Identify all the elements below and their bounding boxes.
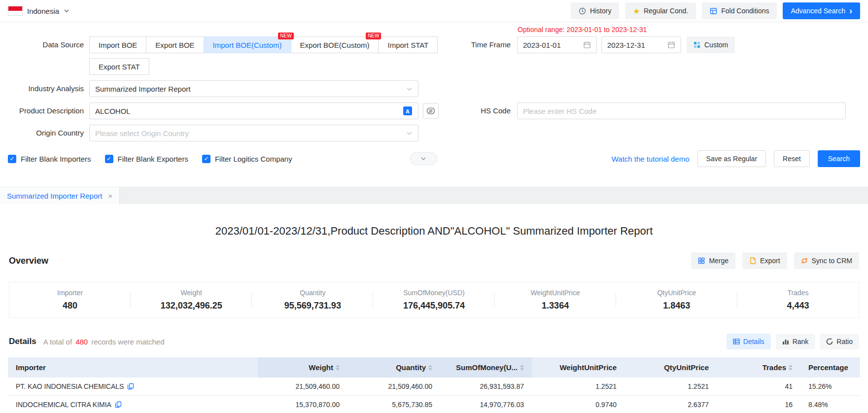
result-tabstrip: Summarized Importer Report × bbox=[0, 187, 868, 204]
stat-label: Weight bbox=[131, 289, 252, 297]
cell-percentage: 8.48% bbox=[800, 396, 860, 413]
checkbox-label: Filter Blank Exporters bbox=[118, 155, 188, 163]
data-source-export-boe-custom[interactable]: Export BOE(Custom)NEW bbox=[291, 36, 379, 53]
sort-icon[interactable] bbox=[520, 365, 524, 371]
topbar: Indonesia History ★ Regular Cond. Fold C… bbox=[0, 0, 868, 22]
sync-to-crm-button[interactable]: Sync to CRM bbox=[794, 252, 859, 269]
synonym-icon bbox=[426, 106, 435, 115]
expand-conditions-button[interactable] bbox=[410, 152, 437, 165]
filter-logistics-company-checkbox[interactable]: ✓ Filter Logitics Company bbox=[202, 155, 292, 163]
details-title: Details bbox=[9, 337, 36, 346]
merge-button[interactable]: Merge bbox=[691, 252, 735, 269]
svg-text:A: A bbox=[406, 108, 410, 114]
synonym-expand-button[interactable] bbox=[423, 103, 439, 119]
col-label: Importer bbox=[16, 363, 46, 372]
sort-icon[interactable] bbox=[428, 365, 432, 371]
ds-label: Export BOE(Custom) bbox=[300, 41, 370, 49]
data-source-import-boe[interactable]: Import BOE bbox=[89, 36, 146, 53]
sort-icon[interactable] bbox=[789, 365, 793, 371]
table-row: INDOCHEMICAL CITRA KIMIA 15,370,870.00 5… bbox=[8, 396, 860, 413]
fold-conditions-button[interactable]: Fold Conditions bbox=[702, 2, 777, 19]
fold-label: Fold Conditions bbox=[721, 7, 769, 15]
reset-button[interactable]: Reset bbox=[774, 150, 810, 167]
checkbox-checked-icon: ✓ bbox=[202, 155, 210, 163]
ds-label: Import BOE(Custom) bbox=[213, 41, 282, 49]
col-quantity[interactable]: Quantity bbox=[347, 357, 440, 378]
report-title: 2023/01/01-2023/12/31,Product Descriptio… bbox=[0, 225, 868, 238]
stat-trades: Trades 4,443 bbox=[737, 288, 859, 312]
col-trades[interactable]: Trades bbox=[717, 357, 800, 378]
export-button[interactable]: Export bbox=[742, 252, 787, 269]
view-ratio-button[interactable]: Ratio bbox=[820, 334, 859, 349]
col-percentage: Percentage bbox=[800, 357, 860, 378]
regular-label: Regular Cond. bbox=[644, 7, 688, 15]
search-button[interactable]: Search bbox=[818, 150, 860, 167]
filter-blank-exporters-checkbox[interactable]: ✓ Filter Blank Exporters bbox=[105, 155, 188, 163]
data-source-label: Data Source bbox=[6, 36, 84, 53]
indonesia-flag-icon bbox=[8, 6, 23, 16]
industry-analysis-select[interactable]: Summarized Importer Report bbox=[89, 80, 418, 97]
view-rank-button[interactable]: Rank bbox=[776, 334, 815, 349]
export-file-icon bbox=[749, 257, 756, 264]
chevron-down-icon bbox=[420, 156, 426, 162]
date-to-input[interactable]: 2023-12-31 bbox=[601, 36, 681, 53]
sort-icon[interactable] bbox=[336, 365, 340, 371]
product-description-value: ALCOHOL bbox=[95, 107, 131, 115]
stat-value: 95,569,731.93 bbox=[252, 301, 373, 311]
origin-country-select[interactable]: Please select Origin Country bbox=[89, 125, 418, 141]
cell-importer: PT. KAO INDONESIA CHEMICALS bbox=[8, 378, 258, 396]
col-sum-of-money[interactable]: SumOfMoney(U... bbox=[440, 357, 532, 378]
close-icon[interactable]: × bbox=[108, 192, 112, 200]
industry-analysis-value: Summarized Importer Report bbox=[95, 85, 190, 93]
copy-icon[interactable] bbox=[127, 383, 134, 390]
product-description-input[interactable]: ALCOHOL A bbox=[89, 103, 418, 119]
custom-range-button[interactable]: Custom bbox=[687, 36, 735, 53]
date-from-input[interactable]: 2023-01-01 bbox=[517, 36, 597, 53]
hs-code-input[interactable]: Please enter HS Code bbox=[517, 103, 846, 119]
col-weight-unit-price: WeightUnitPrice bbox=[532, 357, 625, 378]
save-as-regular-button[interactable]: Save as Regular bbox=[697, 150, 766, 167]
tab-summarized-importer-report[interactable]: Summarized Importer Report × bbox=[0, 187, 120, 204]
col-qty-unit-price: QtyUnitPrice bbox=[625, 357, 717, 378]
new-badge: NEW bbox=[278, 33, 293, 39]
sync-icon bbox=[801, 257, 808, 264]
chevron-right-icon: › bbox=[849, 6, 852, 15]
stat-sum-of-money: SumOfMoney(USD) 176,445,905.74 bbox=[373, 288, 494, 312]
col-label: SumOfMoney(U... bbox=[456, 363, 518, 372]
cell-qty-unit-price: 2.6377 bbox=[625, 396, 717, 413]
filter-action-row: ✓ Filter Blank Importers ✓ Filter Blank … bbox=[8, 150, 860, 167]
overview-stats-bar: Importer 480 Weight 132,032,496.25 Quant… bbox=[9, 282, 859, 318]
advanced-search-button[interactable]: Advanced Search › bbox=[783, 2, 860, 19]
hs-code-placeholder: Please enter HS Code bbox=[523, 107, 596, 115]
importer-link[interactable]: PT. KAO INDONESIA CHEMICALS bbox=[16, 382, 134, 390]
regular-conditions-button[interactable]: ★ Regular Cond. bbox=[625, 2, 696, 19]
new-badge: NEW bbox=[366, 33, 381, 39]
data-source-import-boe-custom[interactable]: Import BOE(Custom)NEW bbox=[204, 36, 291, 53]
copy-icon[interactable] bbox=[115, 401, 122, 408]
data-source-export-boe[interactable]: Export BOE bbox=[146, 36, 204, 53]
data-source-import-stat[interactable]: Import STAT bbox=[378, 36, 438, 53]
history-button[interactable]: History bbox=[571, 2, 620, 19]
date-to-value: 2023-12-31 bbox=[607, 41, 645, 49]
translate-icon[interactable]: A bbox=[403, 106, 413, 116]
col-label: Percentage bbox=[808, 363, 848, 372]
export-label: Export bbox=[760, 257, 780, 265]
col-weight[interactable]: Weight bbox=[258, 357, 347, 378]
topbar-actions: History ★ Regular Cond. Fold Conditions … bbox=[571, 2, 860, 19]
checkbox-checked-icon: ✓ bbox=[8, 155, 16, 163]
country-selector[interactable]: Indonesia bbox=[8, 6, 69, 16]
data-source-export-stat[interactable]: Export STAT bbox=[89, 58, 149, 75]
advanced-search-label: Advanced Search bbox=[791, 7, 845, 15]
ds-label: Import BOE bbox=[99, 41, 137, 49]
calendar-icon bbox=[667, 41, 675, 49]
filter-blank-importers-checkbox[interactable]: ✓ Filter Blank Importers bbox=[8, 155, 91, 163]
ds-label: Export BOE bbox=[155, 41, 194, 49]
tutorial-demo-link[interactable]: Watch the tutorial demo bbox=[612, 155, 690, 163]
view-details-button[interactable]: Details bbox=[727, 334, 771, 349]
chevron-down-icon bbox=[406, 130, 413, 137]
cell-trades: 16 bbox=[717, 396, 800, 413]
star-icon: ★ bbox=[633, 7, 639, 15]
table-row: PT. KAO INDONESIA CHEMICALS 21,509,460.0… bbox=[8, 378, 860, 396]
importer-link[interactable]: INDOCHEMICAL CITRA KIMIA bbox=[16, 401, 122, 409]
stat-value: 1.3364 bbox=[495, 301, 616, 311]
